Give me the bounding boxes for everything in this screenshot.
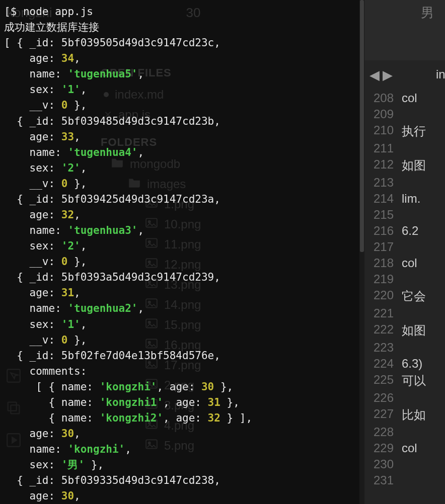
line-number: 219 — [369, 272, 394, 286]
line-number: 222 — [369, 322, 394, 339]
line-number: 218 — [369, 256, 394, 270]
line-text: 如图 — [402, 322, 426, 339]
minimap-line[interactable]: 227比如 — [364, 406, 445, 424]
minimap-line[interactable]: 2246.3) — [364, 356, 445, 372]
line-text: 6.3) — [402, 357, 422, 371]
line-text: col — [402, 256, 417, 270]
line-number: 220 — [369, 288, 394, 304]
line-number: 227 — [369, 407, 394, 423]
arrow-left-icon[interactable]: ◀ — [369, 67, 380, 83]
minimap-line[interactable]: 228 — [364, 424, 445, 440]
terminal-output[interactable]: [$ node app.js 成功建立数据库连接 [ { _id: 5bf039… — [0, 0, 359, 504]
minimap-line[interactable]: 230 — [364, 456, 445, 472]
line-number: 212 — [369, 157, 394, 174]
minimap-line[interactable]: 208col — [364, 90, 445, 106]
line-number: 211 — [369, 141, 394, 155]
line-text: 执行 — [402, 123, 426, 139]
line-number: 209 — [369, 107, 394, 121]
line-number: 208 — [369, 91, 394, 105]
terminal-scrollbar[interactable] — [359, 0, 364, 504]
line-text: lim. — [402, 192, 420, 206]
minimap-line[interactable]: 212如图 — [364, 156, 445, 175]
minimap-line[interactable]: 226 — [364, 390, 445, 406]
minimap-line[interactable]: 211 — [364, 140, 445, 156]
minimap-line[interactable]: 218col — [364, 255, 445, 271]
minimap-line[interactable]: 217 — [364, 239, 445, 255]
minimap-line[interactable]: 214lim. — [364, 191, 445, 207]
minimap-line[interactable]: 220它会 — [364, 287, 445, 305]
line-number: 229 — [369, 441, 394, 455]
line-text: 6.2 — [402, 224, 418, 238]
scrollbar-thumb[interactable] — [360, 0, 364, 252]
minimap-panel[interactable]: ◀ ▶ inde 208col209210执行211212如图213214lim… — [364, 60, 445, 504]
line-number: 231 — [369, 473, 394, 487]
arrow-right-icon[interactable]: ▶ — [383, 67, 393, 83]
line-number: 214 — [369, 192, 394, 206]
minimap-line[interactable]: 210执行 — [364, 122, 445, 140]
line-text: 可以 — [402, 373, 426, 389]
minimap-line[interactable]: 231 — [364, 472, 445, 488]
line-text: 它会 — [402, 288, 426, 304]
minimap-lines: 208col209210执行211212如图213214lim.2152166.… — [364, 90, 445, 488]
line-number: 216 — [369, 224, 394, 238]
line-text: 如图 — [402, 157, 426, 174]
line-number: 230 — [369, 457, 394, 471]
line-number: 223 — [369, 341, 394, 355]
minimap-line[interactable]: 229col — [364, 440, 445, 456]
minimap-line[interactable]: 219 — [364, 271, 445, 287]
app-screenshot: kongzhi 30 男 OPEN FILES index.md✕app.js … — [0, 0, 445, 504]
line-number: 221 — [369, 306, 394, 320]
minimap-line[interactable]: 221 — [364, 305, 445, 321]
line-number: 213 — [369, 176, 394, 190]
line-number: 228 — [369, 425, 394, 439]
line-number: 210 — [369, 123, 394, 139]
line-number: 224 — [369, 357, 394, 371]
line-text: 比如 — [402, 407, 426, 423]
minimap-line[interactable]: 213 — [364, 175, 445, 191]
minimap-line[interactable]: 2166.2 — [364, 223, 445, 239]
minimap-line[interactable]: 222如图 — [364, 321, 445, 340]
minimap-line[interactable]: 223 — [364, 340, 445, 356]
line-number: 217 — [369, 240, 394, 254]
minimap-nav[interactable]: ◀ ▶ inde — [364, 60, 445, 90]
minimap-line[interactable]: 209 — [364, 106, 445, 122]
minimap-line[interactable]: 225可以 — [364, 372, 445, 390]
minimap-filename: inde — [396, 67, 445, 83]
line-number: 226 — [369, 391, 394, 405]
line-text: col — [402, 441, 417, 455]
line-number: 215 — [369, 208, 394, 222]
minimap-line[interactable]: 215 — [364, 207, 445, 223]
line-number: 225 — [369, 373, 394, 389]
line-text: col — [402, 91, 417, 105]
